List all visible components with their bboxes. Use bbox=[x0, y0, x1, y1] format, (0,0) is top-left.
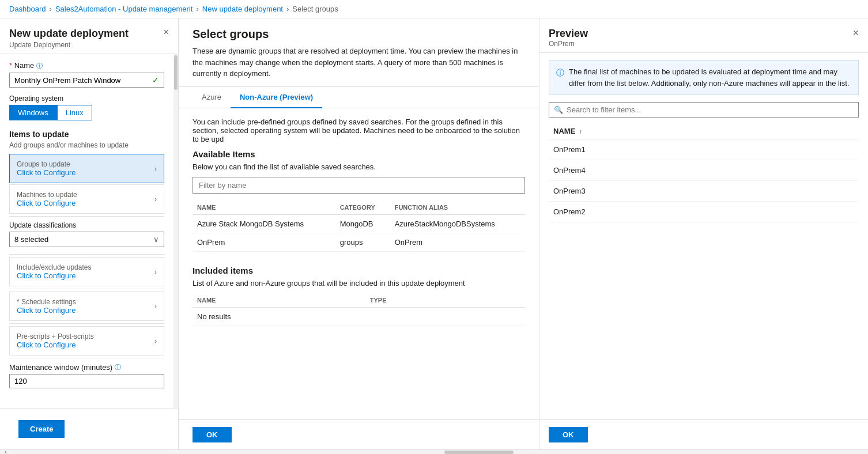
left-panel-subtitle: Update Deployment bbox=[9, 41, 129, 49]
os-windows-button[interactable]: Windows bbox=[9, 105, 57, 120]
preview-col-name: NAME ↑ bbox=[549, 123, 859, 139]
preview-close-button[interactable]: × bbox=[852, 28, 859, 38]
classifications-value: 8 selected bbox=[14, 235, 48, 244]
sort-icon: ↑ bbox=[579, 128, 582, 135]
middle-content: You can include pre-defined groups defin… bbox=[179, 108, 539, 420]
groups-to-update-chevron: › bbox=[154, 165, 157, 173]
create-button-area: Create bbox=[0, 408, 178, 449]
middle-title: Select groups bbox=[193, 28, 525, 41]
include-exclude-item[interactable]: Include/exclude updates Click to Configu… bbox=[9, 257, 164, 286]
table-row: No results bbox=[193, 307, 525, 326]
available-items-tbody: Azure Stack MongoDB Systems MongoDB Azur… bbox=[193, 214, 525, 251]
available-row-name: OnPrem bbox=[193, 233, 335, 251]
os-label: Operating system bbox=[9, 94, 164, 103]
breadcrumb-dashboard[interactable]: Dashboard bbox=[9, 5, 46, 13]
required-marker: * bbox=[9, 61, 14, 70]
breadcrumb: Dashboard › Sales2Automation - Update ma… bbox=[0, 0, 868, 18]
breadcrumb-new-deployment[interactable]: New update deployment bbox=[202, 5, 283, 13]
classifications-chevron-icon: ∨ bbox=[153, 235, 159, 244]
maintenance-input[interactable] bbox=[14, 377, 159, 385]
included-items-table: NAME TYPE No results bbox=[193, 293, 525, 326]
included-items-title: Included items bbox=[193, 266, 525, 275]
preview-ok-button[interactable]: OK bbox=[549, 427, 588, 442]
preview-info-box: ⓘ The final list of machines to be updat… bbox=[549, 60, 859, 95]
prescripts-item[interactable]: Pre-scripts + Post-scripts Click to Conf… bbox=[9, 326, 164, 355]
available-row-alias: AzureStackMongoDBSystems bbox=[390, 214, 525, 233]
preview-search-box[interactable]: 🔍 bbox=[549, 102, 859, 118]
name-info-icon[interactable]: ⓘ bbox=[36, 62, 43, 69]
non-azure-desc: You can include pre-defined groups defin… bbox=[193, 118, 525, 143]
breadcrumb-sep1: › bbox=[50, 5, 52, 13]
preview-bottom-bar: OK bbox=[539, 419, 868, 449]
groups-to-update-label: Groups to update bbox=[17, 160, 76, 168]
breadcrumb-current: Select groups bbox=[292, 5, 338, 13]
preview-row-name: OnPrem1 bbox=[549, 139, 859, 160]
include-exclude-value: Click to Configure bbox=[17, 271, 91, 280]
preview-search-input[interactable] bbox=[567, 105, 854, 114]
items-section-title: Items to update bbox=[9, 130, 164, 139]
horizontal-scrollbar[interactable]: ‹ bbox=[0, 449, 868, 454]
schedule-settings-item[interactable]: * Schedule settings Click to Configure › bbox=[9, 292, 164, 321]
available-row-alias: OnPrem bbox=[390, 233, 525, 251]
middle-bottom-bar: OK bbox=[179, 419, 539, 449]
preview-table: NAME ↑ OnPrem1OnPrem4OnPrem3OnPrem2 bbox=[549, 123, 859, 222]
maintenance-info-icon[interactable]: ⓘ bbox=[115, 363, 121, 372]
create-button[interactable]: Create bbox=[18, 420, 65, 438]
prescripts-label: Pre-scripts + Post-scripts bbox=[17, 332, 94, 340]
table-row[interactable]: Azure Stack MongoDB Systems MongoDB Azur… bbox=[193, 214, 525, 233]
left-scroll-thumb bbox=[174, 55, 178, 90]
groups-to-update-item[interactable]: Groups to update Click to Configure › bbox=[9, 154, 164, 183]
left-panel-close-button[interactable]: × bbox=[164, 28, 169, 37]
preview-thead: NAME ↑ bbox=[549, 123, 859, 139]
tab-non-azure[interactable]: Non-Azure (Preview) bbox=[231, 87, 322, 108]
preview-row-name: OnPrem4 bbox=[549, 160, 859, 181]
search-icon: 🔍 bbox=[554, 105, 563, 114]
os-linux-button[interactable]: Linux bbox=[57, 105, 92, 120]
os-section: Operating system Windows Linux bbox=[9, 94, 164, 120]
tabs-row: Azure Non-Azure (Preview) bbox=[179, 87, 539, 108]
available-items-thead: NAME CATEGORY FUNCTION ALIAS bbox=[193, 200, 525, 215]
os-buttons: Windows Linux bbox=[9, 105, 164, 120]
middle-ok-button[interactable]: OK bbox=[193, 427, 232, 442]
middle-desc: These are dynamic groups that are resolv… bbox=[193, 46, 525, 80]
schedule-label: * Schedule settings bbox=[17, 298, 76, 306]
included-items-thead: NAME TYPE bbox=[193, 293, 525, 308]
table-row[interactable]: OnPrem groups OnPrem bbox=[193, 233, 525, 251]
breadcrumb-sales2auto[interactable]: Sales2Automation - Update management bbox=[55, 5, 193, 13]
divider1 bbox=[9, 216, 164, 217]
schedule-chevron: › bbox=[154, 302, 157, 311]
left-scrollbar[interactable] bbox=[173, 54, 178, 408]
name-field-label: * Name ⓘ bbox=[9, 61, 164, 70]
groups-to-update-value: Click to Configure bbox=[17, 168, 76, 177]
scrollbar-thumb[interactable] bbox=[444, 451, 514, 454]
prescripts-value: Click to Configure bbox=[17, 340, 94, 349]
middle-header: Select groups These are dynamic groups t… bbox=[179, 18, 539, 87]
table-row: OnPrem1 bbox=[549, 139, 859, 160]
machines-to-update-item[interactable]: Machines to update Click to Configure › bbox=[9, 184, 164, 214]
divider3 bbox=[9, 289, 164, 289]
include-exclude-label: Include/exclude updates bbox=[17, 263, 91, 271]
included-items-tbody: No results bbox=[193, 307, 525, 326]
info-circle-icon: ⓘ bbox=[556, 67, 564, 89]
left-panel-title: New update deployment bbox=[9, 28, 129, 40]
filter-input[interactable] bbox=[193, 177, 525, 194]
preview-tbody: OnPrem1OnPrem4OnPrem3OnPrem2 bbox=[549, 139, 859, 222]
items-section-subtitle: Add groups and/or machines to update bbox=[9, 141, 164, 149]
classifications-dropdown[interactable]: 8 selected ∨ bbox=[9, 232, 164, 247]
classifications-label: Update classifications bbox=[9, 221, 164, 229]
no-results: No results bbox=[193, 307, 525, 326]
preview-row-name: OnPrem3 bbox=[549, 181, 859, 202]
breadcrumb-sep2: › bbox=[196, 5, 198, 13]
machines-to-update-chevron: › bbox=[154, 195, 157, 203]
machines-to-update-value: Click to Configure bbox=[17, 199, 77, 207]
divider5 bbox=[9, 358, 164, 358]
col-name: NAME bbox=[193, 200, 335, 215]
available-row-category: groups bbox=[335, 233, 390, 251]
table-row: OnPrem3 bbox=[549, 181, 859, 202]
name-input[interactable] bbox=[14, 76, 150, 85]
tab-azure[interactable]: Azure bbox=[193, 87, 231, 108]
breadcrumb-sep3: › bbox=[286, 5, 289, 13]
table-row: OnPrem4 bbox=[549, 160, 859, 181]
included-items-desc: List of Azure and non-Azure groups that … bbox=[193, 279, 525, 287]
scroll-left-icon[interactable]: ‹ bbox=[5, 449, 6, 454]
